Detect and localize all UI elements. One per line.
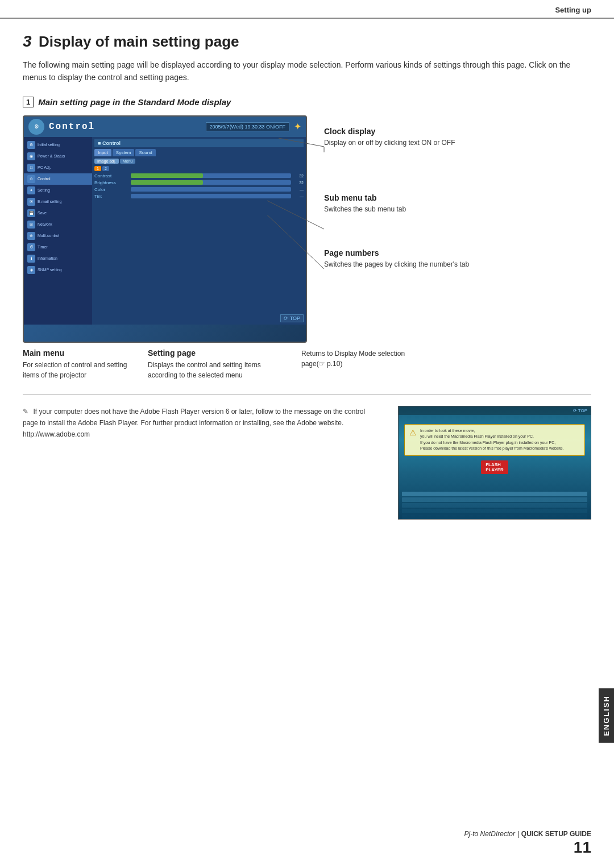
subsection-number-box: 1 — [23, 97, 34, 107]
setting-page-desc: Displays the control and setting items a… — [148, 360, 290, 380]
sidebar-network[interactable]: ⊞ Network — [24, 219, 92, 230]
sub-menu-tab-desc: Switches the sub menu tab — [324, 204, 591, 214]
sidebar-setting[interactable]: ✦ Setting — [24, 185, 92, 196]
setting-color: Color — — [94, 187, 304, 192]
ui-sidebar: ⚙ Initial setting ◉ Power & Status □ PC … — [24, 137, 92, 325]
sidebar-timer[interactable]: ⏱ Timer — [24, 242, 92, 253]
initial-setting-icon: ⚙ — [27, 141, 35, 149]
ui-logo: ⚙ — [28, 119, 44, 135]
brightness-bar[interactable] — [131, 180, 291, 185]
note-section: ✎ If your computer does not have the Ado… — [23, 406, 591, 520]
ui-main-panel: ■ Control Input System Sound Image adj. … — [92, 137, 306, 325]
timer-icon: ⏱ — [27, 243, 35, 251]
clock-display-title: Clock display — [324, 127, 591, 136]
setting-tint: Tint — — [94, 194, 304, 199]
top-header: Setting up — [0, 0, 614, 19]
tint-bar[interactable] — [131, 194, 291, 198]
footer-page-num: 11 — [574, 838, 591, 856]
main-menu-title: Main menu — [23, 348, 136, 358]
ui-tabs-row: Input System Sound — [94, 149, 304, 156]
pc-adj-icon: □ — [27, 164, 35, 172]
subtab-image-adj[interactable]: Image adj. — [94, 159, 119, 164]
ui-weather-icon: ✦ — [294, 121, 301, 132]
note-icon: ✎ — [23, 408, 28, 416]
page-tab-2[interactable]: 2 — [102, 166, 109, 171]
flash-message-box: ⚠ In order to look at these movie,you wi… — [404, 424, 585, 456]
subtab-menu[interactable]: Menu — [120, 159, 136, 164]
sidebar-save[interactable]: 💾 Save — [24, 207, 92, 219]
page-numbers-desc: Switches the pages by clicking the numbe… — [324, 259, 591, 269]
flash-message-text: In order to look at these movie,you will… — [420, 428, 564, 452]
ui-subtabs-row: Image adj. Menu — [94, 159, 304, 164]
sidebar-control[interactable]: ⊙ Control — [24, 173, 92, 185]
information-icon: ℹ — [27, 255, 35, 263]
flash-logo: FLASHPLAYER — [481, 460, 508, 474]
returns-desc: Returns to Display Mode selection page(☞… — [301, 348, 415, 369]
subsection-title: Main setting page in the Standard Mode d… — [38, 97, 231, 107]
main-menu-desc: For selection of control and setting ite… — [23, 360, 136, 380]
control-icon: ⊙ — [27, 175, 35, 183]
clock-display-callout: Clock display Display on or off by click… — [324, 127, 591, 148]
page-tab-1[interactable]: 1 — [94, 166, 101, 171]
ui-clock-display[interactable]: 2005/9/7(Wed) 19:30:33 ON/OFF — [206, 122, 289, 131]
page-numbers-callout: Page numbers Switches the pages by click… — [324, 248, 591, 269]
tab-system[interactable]: System — [113, 149, 135, 156]
ui-screenshot: ⚙ Control 2005/9/7(Wed) 19:30:33 ON/OFF … — [23, 115, 307, 343]
sub-menu-tab-title: Sub menu tab — [324, 193, 591, 202]
section-divider — [23, 394, 591, 394]
setting-icon: ✦ — [27, 186, 35, 194]
setting-brightness: Brightness 32 — [94, 180, 304, 185]
page-footer: Pj-to NetDIrector | QUICK SETUP GUIDE 11 — [464, 828, 591, 857]
power-status-icon: ◉ — [27, 152, 35, 160]
header-title: Setting up — [555, 6, 591, 14]
sidebar-power-status[interactable]: ◉ Power & Status — [24, 151, 92, 162]
ui-page-tabs-row: 1 2 — [94, 166, 304, 171]
top-button[interactable]: ⟳ TOP — [280, 314, 304, 322]
section-title: Display of main setting page — [39, 33, 239, 50]
ui-title: Control — [49, 122, 95, 132]
setting-contrast: Contrast 32 — [94, 173, 304, 178]
clock-display-desc: Display on or off by clicking text ON or… — [324, 138, 591, 148]
sidebar-snmp-setting[interactable]: ◈ SNMP setting — [24, 264, 92, 276]
page-numbers-title: Page numbers — [324, 248, 591, 258]
flash-top-label: ⟳ TOP — [573, 408, 587, 413]
english-tab: ENGLISH — [599, 688, 614, 743]
sidebar-pc-adj[interactable]: □ PC Adj. — [24, 162, 92, 173]
email-icon: ✉ — [27, 198, 35, 206]
main-menu-callout: Main menu For selection of control and s… — [23, 348, 136, 380]
sidebar-initial-setting[interactable]: ⚙ Initial setting — [24, 139, 92, 151]
setting-page-title: Setting page — [148, 348, 290, 358]
footer-guide: QUICK SETUP GUIDE — [521, 830, 591, 838]
flash-screenshot: ⟳ TOP ⚠ In order to look at these movie,… — [398, 406, 591, 520]
flash-bottom-bars — [399, 491, 591, 519]
color-bar[interactable] — [131, 187, 291, 192]
sidebar-information[interactable]: ℹ Information — [24, 253, 92, 264]
sidebar-multi-control[interactable]: ⊕ Multi-control — [24, 230, 92, 242]
returns-callout: Returns to Display Mode selection page(☞… — [301, 348, 415, 369]
multi-control-icon: ⊕ — [27, 232, 35, 240]
section-number: 3 — [23, 32, 32, 50]
network-icon: ⊞ — [27, 221, 35, 229]
snmp-icon: ◈ — [27, 266, 35, 274]
bottom-callouts-row: Main menu For selection of control and s… — [23, 348, 591, 380]
footer-product: Pj-to NetDIrector — [464, 830, 515, 838]
panel-header: ■ Control — [94, 139, 304, 147]
setting-page-callout: Setting page Displays the control and se… — [148, 348, 290, 380]
warning-icon: ⚠ — [409, 428, 417, 437]
note-text: If your computer does not have the Adobe… — [23, 408, 365, 438]
tab-sound[interactable]: Sound — [135, 149, 155, 156]
save-icon: 💾 — [27, 209, 35, 217]
sidebar-email-setting[interactable]: ✉ E-mail setting — [24, 196, 92, 207]
tab-input[interactable]: Input — [94, 149, 111, 156]
sub-menu-tab-callout: Sub menu tab Switches the sub menu tab — [324, 193, 591, 214]
contrast-bar[interactable] — [131, 173, 291, 178]
section-description: The following main setting page will be … — [23, 59, 591, 84]
